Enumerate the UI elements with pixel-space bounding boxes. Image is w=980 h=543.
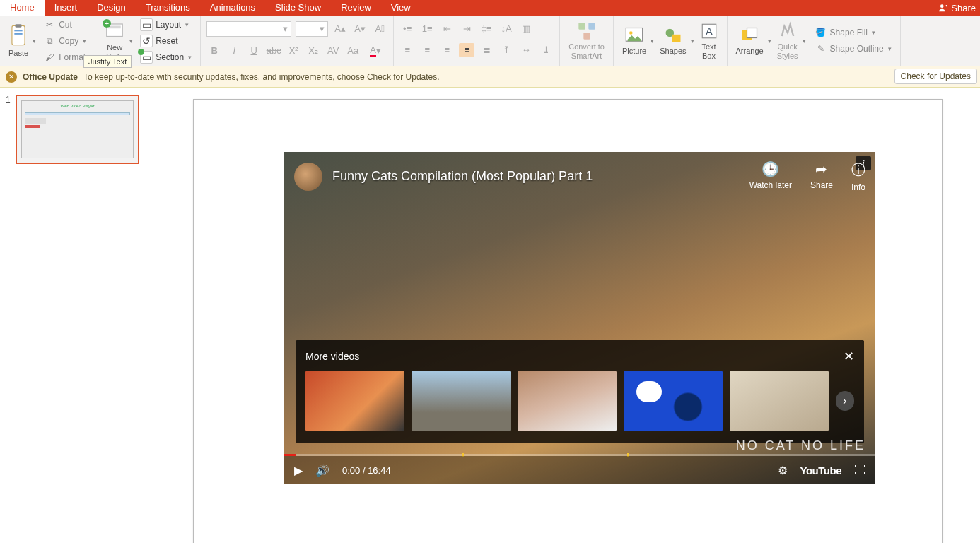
thumbnail-pane: 1 Web Video Player [0,88,156,543]
close-more-videos-icon[interactable]: ✕ [844,349,854,364]
slide-thumbnail-1[interactable]: Web Video Player [16,95,139,164]
suggestion-thumb-1[interactable] [305,371,404,431]
cut-button[interactable]: ✂︎Cut [40,18,89,32]
layout-icon: ▭ [140,18,153,31]
time-display: 0:00 / 16:44 [342,465,391,476]
svg-rect-7 [578,23,585,30]
info-icon: ⓘ [851,160,865,180]
office-update-bar: ✕ Office Update To keep up-to-date with … [0,66,980,88]
font-group: ▾ ▾ A▴ A▾ A⃠ B I U abc X² X₂ AV Aa A▾ [201,16,394,66]
text-direction-button[interactable]: ↕A [498,22,514,36]
shape-fill-button[interactable]: 🪣Shape Fill▾ [812,25,894,40]
underline-button[interactable]: U [246,44,262,58]
svg-text:A: A [706,26,713,37]
align-right-button[interactable]: ≡ [439,43,455,57]
change-case-button[interactable]: Aa [345,44,361,58]
align-center-button[interactable]: ≡ [419,43,435,57]
bullets-button[interactable]: •≡ [399,22,415,36]
copy-button[interactable]: ⧉Copy▾ [40,34,89,48]
align-middle-button[interactable]: ↔ [518,43,534,57]
section-button[interactable]: ▭+Section▾ [137,50,194,64]
smartart-group: Convert to SmartArt [560,16,614,66]
reset-button[interactable]: ↺Reset [137,34,194,48]
picture-button[interactable]: Picture [619,25,649,55]
update-close-icon[interactable]: ✕ [6,71,17,83]
youtube-logo[interactable]: YouTube [800,465,841,477]
strike-button[interactable]: abc [266,44,281,58]
superscript-button[interactable]: X² [286,44,301,58]
scissors-icon: ✂︎ [43,18,56,31]
new-slide-dropdown-icon[interactable]: ▾ [129,37,133,45]
subscript-button[interactable]: X₂ [305,44,321,58]
slide[interactable]: i Funny Cats Compilation (Most Popular) … [193,99,943,543]
numbering-button[interactable]: 1≡ [419,22,435,36]
textbox-button[interactable]: A Text Box [697,21,721,59]
font-family-combo[interactable]: ▾ [206,21,291,37]
tab-review[interactable]: Review [331,0,381,16]
update-message: To keep up-to-date with security updates… [83,72,440,82]
paste-dropdown-icon[interactable]: ▾ [33,37,36,45]
align-bottom-button[interactable]: ⤓ [538,43,554,57]
font-size-combo[interactable]: ▾ [296,21,328,37]
suggestion-thumb-2[interactable] [412,371,511,431]
tab-transitions[interactable]: Transitions [136,0,200,16]
share-button[interactable]: Share [938,0,980,16]
align-top-button[interactable]: ⤒ [498,43,514,57]
format-painter-button[interactable]: 🖌︎Format [40,50,89,64]
textbox-icon: A [700,21,718,41]
line-spacing-button[interactable]: ‡≡ [479,22,494,36]
share-video-button[interactable]: ➦Share [810,160,833,192]
fullscreen-icon[interactable]: ⛶ [854,464,865,477]
justify-button[interactable]: ≡ [459,43,474,57]
watch-later-button[interactable]: 🕒Watch later [749,160,792,192]
copy-icon: ⧉ [43,35,56,47]
share-label: Share [951,3,976,13]
italic-button[interactable]: I [226,44,242,58]
increase-font-button[interactable]: A▴ [332,22,348,36]
volume-icon[interactable]: 🔊 [315,464,329,477]
arrange-button[interactable]: Arrange [733,25,766,55]
tab-view[interactable]: View [381,0,421,16]
next-suggestions-icon[interactable]: › [836,391,854,411]
update-title: Office Update [23,72,78,82]
play-icon[interactable]: ▶ [294,464,303,477]
layout-button[interactable]: ▭Layout▾ [137,18,194,32]
outdent-button[interactable]: ⇤ [439,22,455,36]
decrease-font-button[interactable]: A▾ [352,22,368,36]
channel-avatar[interactable] [294,163,322,191]
quick-styles-button[interactable]: Quick Styles [774,21,801,59]
char-spacing-button[interactable]: AV [325,44,341,58]
tab-insert[interactable]: Insert [45,0,88,16]
smartart-icon [577,21,597,41]
align-left-button[interactable]: ≡ [399,43,415,57]
slide-canvas-area: i Funny Cats Compilation (Most Popular) … [156,88,980,543]
settings-gear-icon[interactable]: ⚙ [778,464,788,477]
info-button[interactable]: ⓘInfo [851,160,865,192]
clear-format-button[interactable]: A⃠ [372,22,387,36]
shapes-button[interactable]: Shapes [657,25,689,55]
section-icon: ▭+ [140,51,153,64]
tab-home[interactable]: Home [0,0,45,16]
check-updates-button[interactable]: Check for Updates [894,69,977,84]
tab-slideshow[interactable]: Slide Show [265,0,331,16]
suggestion-thumb-3[interactable] [518,371,617,431]
paste-button[interactable]: Paste [6,23,31,57]
distribute-button[interactable]: ≣ [479,43,494,57]
bold-button[interactable]: B [206,44,222,58]
indent-button[interactable]: ⇥ [459,22,474,36]
video-player[interactable]: i Funny Cats Compilation (Most Popular) … [284,152,875,484]
clock-icon: 🕒 [762,160,779,177]
svg-rect-4 [14,33,22,35]
suggestion-thumb-5[interactable] [730,371,829,431]
insert-group: Picture ▾ Shapes ▾ A Text Box [614,16,728,66]
convert-smartart-button[interactable]: Convert to SmartArt [566,21,607,59]
svg-rect-6 [108,26,121,29]
tab-design[interactable]: Design [87,0,135,16]
columns-button[interactable]: ▥ [518,22,534,36]
arrange-group: Arrange ▾ Quick Styles ▾ 🪣Shape Fill▾ ✎S… [728,16,901,66]
suggestion-thumb-4[interactable] [624,371,723,431]
shape-outline-button[interactable]: ✎Shape Outline▾ [812,42,894,56]
tab-animations[interactable]: Animations [200,0,265,16]
svg-rect-2 [16,25,22,28]
font-color-button[interactable]: A▾ [365,44,386,58]
